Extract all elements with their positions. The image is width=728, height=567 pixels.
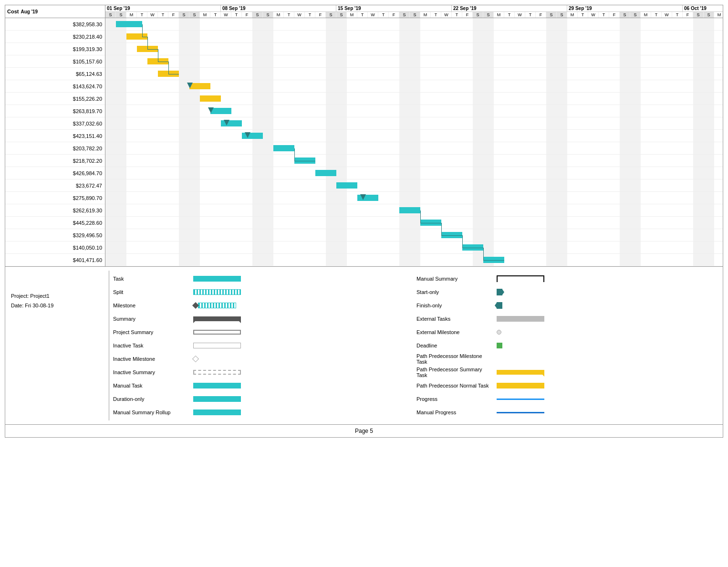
- day-cell: T: [284, 12, 294, 18]
- legend-item: Inactive Summary: [113, 366, 412, 378]
- legend-item: Inactive Milestone: [113, 353, 412, 365]
- day-cell: S: [399, 12, 410, 18]
- legend-item-visual: [497, 412, 715, 413]
- legend-item-label: External Milestone: [416, 329, 493, 335]
- legend-item: Manual Task: [113, 379, 412, 392]
- gantt-bar: [399, 207, 420, 213]
- day-cell: M: [420, 12, 431, 18]
- cost-row-4: $65,124.63: [5, 68, 105, 80]
- chart-row-13: [105, 179, 723, 192]
- date-label: Aug '19: [21, 9, 38, 14]
- connector-line: [462, 235, 463, 248]
- legend-item: Deadline: [416, 339, 715, 352]
- day-cell: M: [567, 12, 578, 18]
- legend-item-visual: [193, 410, 412, 415]
- chart-row-8: [105, 117, 723, 130]
- page-footer: Page 5: [5, 424, 723, 437]
- legend-item: Split: [113, 286, 412, 298]
- gantt-chart-area: [105, 18, 723, 266]
- day-cell: S: [252, 12, 263, 18]
- day-cell: S: [693, 12, 704, 18]
- day-cell: F: [609, 12, 620, 18]
- cost-row-18: $140,050.10: [5, 242, 105, 254]
- connector-line: [147, 37, 148, 49]
- day-cell: S: [630, 12, 641, 18]
- legend-item-visual: [193, 316, 412, 321]
- chart-row-17: [105, 229, 723, 242]
- legend-item-label: Inactive Summary: [113, 369, 189, 375]
- connector-line: [168, 62, 169, 74]
- legend-item-label: Manual Summary: [416, 276, 493, 282]
- legend-item: Path Predecessor Milestone Task: [416, 353, 715, 365]
- legend-item: Start-only: [416, 286, 715, 298]
- chart-row-2: [105, 43, 723, 55]
- cost-row-10: $203,782.20: [5, 142, 105, 155]
- connector-line: [158, 49, 158, 62]
- legend-item-label: Duration-only: [113, 396, 189, 402]
- cost-row-3: $105,157.60: [5, 55, 105, 68]
- day-cell: S: [483, 12, 494, 18]
- legend-item: Manual Summary: [416, 273, 715, 285]
- day-cell: W: [147, 12, 158, 18]
- legend-item-visual: [497, 330, 715, 335]
- day-cell: F: [389, 12, 399, 18]
- day-cell: T: [525, 12, 536, 18]
- legend-item-visual: [497, 275, 715, 282]
- connector-line: [420, 223, 441, 223]
- cost-row-0: $382,958.30: [5, 18, 105, 31]
- day-cell: S: [336, 12, 347, 18]
- day-cell: S: [263, 12, 273, 18]
- legend-item-label: Manual Summary Rollup: [113, 410, 189, 415]
- legend-item-label: Finish-only: [416, 303, 493, 308]
- legend-item-visual: [193, 396, 412, 402]
- legend-item-label: Path Predecessor Summary Task: [416, 367, 493, 378]
- day-cell: S: [179, 12, 189, 18]
- day-cell: S: [473, 12, 483, 18]
- legend-item-label: Project Summary: [113, 329, 189, 335]
- day-cell: T: [357, 12, 368, 18]
- gantt-bar: [336, 182, 357, 189]
- day-cell: M: [494, 12, 504, 18]
- cost-row-16: $445,228.60: [5, 217, 105, 229]
- cost-row-5: $143,624.70: [5, 80, 105, 93]
- legend-item-visual: [497, 343, 715, 348]
- day-cell: M: [200, 12, 210, 18]
- legend-item: External Milestone: [416, 326, 715, 338]
- chart-row-6: [105, 93, 723, 105]
- connector-line: [441, 235, 462, 236]
- connector-line: [441, 223, 442, 235]
- cost-row-14: $275,890.70: [5, 192, 105, 204]
- legend-item: Manual Summary Rollup: [113, 406, 412, 419]
- day-cell: F: [683, 12, 693, 18]
- project-name: Project: Project1: [11, 292, 107, 301]
- legend-item: Inactive Task: [113, 339, 412, 352]
- day-cell: T: [231, 12, 242, 18]
- chart-row-3: [105, 55, 723, 68]
- cost-label: Cost: [7, 9, 19, 14]
- day-cell: T: [651, 12, 662, 18]
- cost-row-15: $262,619.30: [5, 204, 105, 217]
- legend-item-label: Summary: [113, 316, 189, 322]
- legend-item-visual: [193, 370, 412, 375]
- cost-column: $382,958.30$230,218.40$199,319.30$105,15…: [5, 18, 105, 266]
- legend-item-label: Start-only: [416, 289, 493, 295]
- day-cell: S: [116, 12, 126, 18]
- legend-area: Project: Project1 Date: Fri 30-08-19 Tas…: [5, 266, 723, 424]
- chart-row-18: [105, 242, 723, 254]
- legend-item-visual: [193, 383, 412, 388]
- legend-item-label: Split: [113, 289, 189, 295]
- gantt-bar: [200, 95, 221, 102]
- legend-grid: TaskManual SummarySplitStart-onlyMilesto…: [109, 271, 719, 420]
- legend-item-visual: [497, 399, 715, 400]
- legend-item: Progress: [416, 393, 715, 405]
- day-cell: F: [168, 12, 179, 18]
- chart-row-9: [105, 130, 723, 142]
- day-cell: T: [431, 12, 441, 18]
- gantt-header: Cost Aug '19 01 Sep '1908 Sep '1915 Sep …: [5, 5, 723, 18]
- cost-row-13: $23,672.47: [5, 179, 105, 192]
- connector-line: [483, 248, 484, 260]
- chart-row-4: [105, 68, 723, 80]
- day-cell: F: [242, 12, 252, 18]
- day-cell: T: [305, 12, 315, 18]
- day-cell: T: [210, 12, 221, 18]
